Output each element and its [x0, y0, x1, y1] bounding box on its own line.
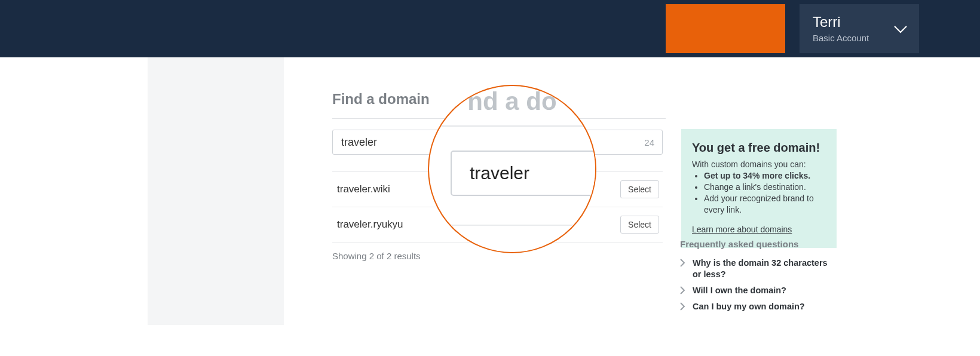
faq-title: Frequently asked questions [680, 239, 837, 249]
select-button[interactable]: Select [620, 216, 659, 234]
result-domain: traveler.ryukyu [337, 219, 403, 231]
domain-search-wrap: 24 [332, 130, 663, 155]
promo-list: Get up to 34% more clicks. Change a link… [692, 170, 826, 216]
chevron-down-icon [894, 26, 907, 36]
promo-link[interactable]: Learn more about domains [692, 225, 792, 234]
faq-question: Will I own the domain? [693, 285, 786, 296]
faq-item[interactable]: Can I buy my own domain? [680, 301, 837, 312]
upgrade-button[interactable] [666, 4, 785, 53]
chevron-right-icon [680, 286, 685, 294]
top-nav: Terri Basic Account [0, 0, 980, 57]
chevron-right-icon [680, 259, 685, 267]
user-menu[interactable]: Terri Basic Account [800, 4, 919, 53]
promo-lead: With custom domains you can: [692, 159, 826, 169]
results-list: traveler.wiki Select traveler.ryukyu Sel… [332, 171, 663, 243]
faq-item[interactable]: Why is the domain 32 characters or less? [680, 257, 837, 280]
promo-title: You get a free domain! [692, 141, 826, 155]
result-row: traveler.wiki Select [332, 171, 663, 207]
domain-search-input[interactable] [332, 130, 663, 155]
chevron-right-icon [680, 302, 685, 311]
result-row: traveler.ryukyu Select [332, 207, 663, 243]
faq-section: Frequently asked questions Why is the do… [680, 239, 837, 317]
promo-bullet: Change a link's destination. [704, 182, 826, 193]
promo-bullet: Get up to 34% more clicks. [704, 170, 826, 182]
result-domain: traveler.wiki [337, 183, 390, 195]
sidebar [148, 57, 284, 325]
faq-item[interactable]: Will I own the domain? [680, 285, 837, 296]
page-title: Find a domain [332, 91, 835, 108]
promo-panel: You get a free domain! With custom domai… [681, 129, 837, 248]
faq-question: Can I buy my own domain? [693, 301, 805, 312]
user-tier: Basic Account [813, 33, 869, 43]
faq-question: Why is the domain 32 characters or less? [693, 257, 837, 280]
user-info: Terri Basic Account [813, 14, 869, 42]
select-button[interactable]: Select [620, 180, 659, 198]
divider [332, 118, 666, 119]
promo-bullet: Add your recognized brand to every link. [704, 193, 826, 216]
char-counter: 24 [644, 137, 654, 148]
user-name: Terri [813, 14, 869, 30]
